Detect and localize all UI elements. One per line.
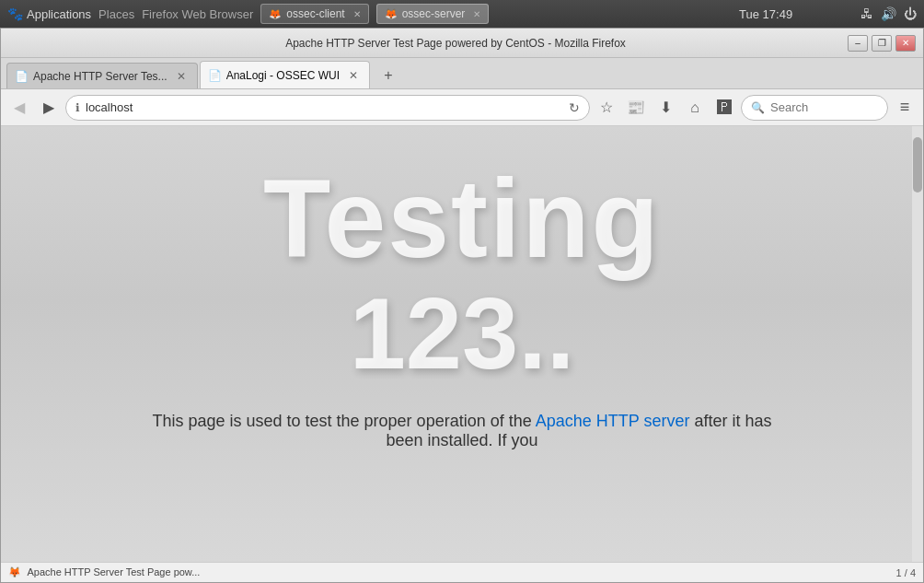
- toolbar-icons: ☆ 📰 ⬇ ⌂ 🅿: [594, 95, 737, 121]
- taskbar-tab-server[interactable]: 🦊 ossec-server ✕: [376, 4, 490, 24]
- close-button[interactable]: ✕: [895, 35, 916, 52]
- secure-icon: ℹ: [75, 101, 80, 114]
- scrollbar-thumb[interactable]: [913, 137, 922, 192]
- page-count: 1 / 4: [896, 567, 916, 578]
- new-tab-button[interactable]: +: [375, 63, 401, 88]
- taskbar-server-close[interactable]: ✕: [473, 9, 480, 19]
- tabs-row: 📄 Apache HTTP Server Tes... ✕ 📄 AnaLogi …: [1, 58, 923, 89]
- network-icon[interactable]: 🖧: [860, 6, 873, 21]
- tab-label-analogi: AnaLogi - OSSEC WUI: [226, 69, 340, 82]
- scrollbar[interactable]: [912, 126, 923, 562]
- search-icon: 🔍: [751, 101, 765, 114]
- search-bar[interactable]: 🔍: [741, 95, 888, 121]
- status-text: 🦊 Apache HTTP Server Test Page pow...: [8, 566, 896, 578]
- browser-window: Apache HTTP Server Test Page powered by …: [0, 28, 924, 583]
- tab-favicon-apache: 📄: [15, 70, 28, 83]
- menu-button[interactable]: ≡: [892, 95, 918, 121]
- apache-link[interactable]: Apache HTTP server: [536, 412, 690, 430]
- taskbar-client-close[interactable]: ✕: [353, 9, 361, 19]
- taskbar-tab-client[interactable]: 🦊 ossec-client ✕: [260, 4, 368, 24]
- reader-view-button[interactable]: 📰: [623, 95, 649, 121]
- tab-favicon-analogi: 📄: [208, 69, 221, 82]
- window-controls: – ❐ ✕: [848, 35, 916, 52]
- window-title: Apache HTTP Server Test Page powered by …: [64, 37, 848, 50]
- taskbar-system-icons: 🖧 🔊 ⏻: [860, 6, 917, 21]
- taskbar-clock: Tue 17:49: [678, 7, 853, 21]
- taskbar-server-label: ossec-server: [402, 7, 466, 20]
- pocket-button[interactable]: 🅿: [711, 95, 737, 121]
- bookmark-star-button[interactable]: ☆: [594, 95, 619, 121]
- back-button[interactable]: ◀: [6, 95, 32, 121]
- taskbar: 🐾 Applications Places Firefox Web Browse…: [0, 0, 924, 28]
- status-bar: 🦊 Apache HTTP Server Test Page pow... 1 …: [1, 562, 923, 582]
- page-description: This page is used to test the proper ope…: [140, 412, 784, 450]
- applications-label: Applications: [27, 7, 91, 21]
- tab-close-analogi[interactable]: ✕: [345, 67, 362, 84]
- forward-button[interactable]: ▶: [36, 95, 62, 121]
- page-content: Testing 123.. This page is used to test …: [1, 126, 923, 562]
- addressbar-row: ◀ ▶ ℹ ↻ ☆ 📰 ⬇ ⌂ 🅿 🔍 ≡: [1, 89, 923, 126]
- testing-123-heading: 123..: [350, 283, 575, 384]
- search-input[interactable]: [770, 100, 878, 114]
- taskbar-browser[interactable]: Firefox Web Browser: [142, 7, 253, 21]
- description-text-before: This page is used to test the proper ope…: [152, 412, 531, 430]
- minimize-button[interactable]: –: [848, 35, 868, 52]
- tab-apache[interactable]: 📄 Apache HTTP Server Tes... ✕: [6, 63, 198, 88]
- tab-label-apache: Apache HTTP Server Tes...: [33, 70, 167, 83]
- power-icon[interactable]: ⏻: [904, 6, 917, 21]
- taskbar-apps-menu[interactable]: 🐾 Applications: [7, 6, 91, 21]
- tab-close-apache[interactable]: ✕: [173, 68, 190, 85]
- taskbar-client-label: ossec-client: [286, 7, 344, 20]
- download-button[interactable]: ⬇: [653, 95, 678, 121]
- testing-heading: Testing: [263, 163, 661, 274]
- tab-analogi[interactable]: 📄 AnaLogi - OSSEC WUI ✕: [200, 61, 370, 88]
- reload-icon[interactable]: ↻: [569, 100, 580, 115]
- address-bar[interactable]: ℹ ↻: [65, 95, 590, 121]
- taskbar-places[interactable]: Places: [98, 7, 134, 21]
- status-message: Apache HTTP Server Test Page pow...: [27, 566, 200, 577]
- window-titlebar: Apache HTTP Server Test Page powered by …: [1, 29, 923, 58]
- url-input[interactable]: [86, 100, 563, 114]
- restore-button[interactable]: ❐: [872, 35, 892, 52]
- home-button[interactable]: ⌂: [682, 95, 708, 121]
- volume-icon[interactable]: 🔊: [881, 6, 896, 21]
